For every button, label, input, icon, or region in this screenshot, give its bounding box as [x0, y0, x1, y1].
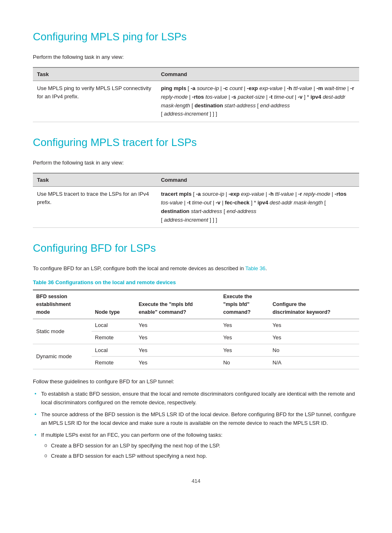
list-item: If multiple LSPs exist for an FEC, you c… — [33, 431, 359, 461]
mpls-ping-table: Task Command Use MPLS ping to verify MPL… — [33, 67, 359, 123]
mpls-tracert-table: Task Command Use MPLS tracert to trace t… — [33, 173, 359, 228]
guidelines-intro: Follow these guidelines to configure BFD… — [33, 378, 359, 386]
bfd-config-table: BFD sessionestablishmentmode Node type E… — [33, 290, 359, 369]
bfd-table-caption: Table 36 Configurations on the local and… — [33, 278, 359, 287]
mpls-ping-col1-header: Task — [33, 67, 157, 81]
bfd-dynamic-mode-label: Dynamic mode — [33, 344, 92, 369]
bfd-static-local-node: Local — [92, 319, 135, 331]
list-item: Create a BFD session for each LSP withou… — [41, 452, 359, 461]
bfd-dynamic-remote-col2: No — [220, 357, 269, 369]
guidelines-list: To establish a static BFD session, ensur… — [33, 390, 359, 461]
page-number: 414 — [33, 477, 359, 485]
bfd-dynamic-local-node: Local — [92, 344, 135, 357]
mpls-ping-task: Use MPLS ping to verify MPLS LSP connect… — [33, 81, 157, 122]
list-item: Create a BFD session for an LSP by speci… — [41, 442, 359, 450]
bfd-dynamic-remote-col3: N/A — [269, 357, 359, 369]
bfd-static-local-col2: Yes — [220, 319, 269, 331]
list-item: To establish a static BFD session, ensur… — [33, 390, 359, 407]
sub-bullet1-text: Create a BFD session for an LSP by speci… — [51, 443, 220, 449]
section-intro-mpls-tracert: Perform the following task in any view: — [33, 159, 359, 167]
table-row: Use MPLS tracert to trace the LSPs for a… — [33, 187, 359, 228]
bfd-col1-header: Node type — [92, 290, 135, 319]
table-row: Use MPLS ping to verify MPLS LSP connect… — [33, 81, 359, 122]
mpls-tracert-command: tracert mpls [ -a source-ip | -exp exp-v… — [157, 187, 359, 228]
bfd-dynamic-local-col2: Yes — [220, 344, 269, 357]
mpls-tracert-col2-header: Command — [157, 173, 359, 187]
section-intro-mpls-ping: Perform the following task in any view: — [33, 53, 359, 61]
table-row: Static mode Local Yes Yes Yes — [33, 319, 359, 331]
bfd-col4-header: Configure thediscriminator keyword? — [269, 290, 359, 319]
section-title-mpls-ping: Configuring MPLS ping for LSPs — [33, 29, 359, 45]
bullet2-text: The source address of the BFD session is… — [41, 411, 356, 426]
bfd-dynamic-local-col3: No — [269, 344, 359, 357]
bfd-col3-header: Execute the"mpls bfd"command? — [220, 290, 269, 319]
bfd-col0-header: BFD sessionestablishmentmode — [33, 290, 92, 319]
bfd-static-local-col1: Yes — [136, 319, 220, 331]
section-title-bfd: Configuring BFD for LSPs — [33, 240, 359, 256]
bfd-static-remote-col2: Yes — [220, 331, 269, 344]
bfd-dynamic-local-col1: Yes — [136, 344, 220, 357]
bfd-static-remote-col1: Yes — [136, 331, 220, 344]
bfd-static-remote-node: Remote — [92, 331, 135, 344]
bfd-static-remote-col3: Yes — [269, 331, 359, 344]
bullet1-text: To establish a static BFD session, ensur… — [41, 391, 355, 406]
bfd-static-local-col3: Yes — [269, 319, 359, 331]
sub-bullet2-text: Create a BFD session for each LSP withou… — [51, 453, 207, 459]
table-row: Dynamic mode Local Yes Yes No — [33, 344, 359, 357]
mpls-ping-col2-header: Command — [157, 67, 359, 81]
mpls-ping-command: ping mpls [ -a source-ip | -c count | -e… — [157, 81, 359, 122]
guidelines-section: Follow these guidelines to configure BFD… — [33, 378, 359, 461]
section-title-mpls-tracert: Configuring MPLS tracert for LSPs — [33, 134, 359, 151]
section-intro-bfd: To configure BFD for an LSP, configure b… — [33, 264, 359, 273]
bfd-col2-header: Execute the "mpls bfdenable" command? — [136, 290, 220, 319]
bullet3-text: If multiple LSPs exist for an FEC, you c… — [41, 432, 222, 438]
sub-bullet-list: Create a BFD session for an LSP by speci… — [41, 442, 359, 461]
bfd-dynamic-remote-col1: Yes — [136, 357, 220, 369]
mpls-tracert-col1-header: Task — [33, 173, 157, 187]
list-item: The source address of the BFD session is… — [33, 410, 359, 428]
mpls-tracert-task: Use MPLS tracert to trace the LSPs for a… — [33, 187, 157, 228]
bfd-dynamic-remote-node: Remote — [92, 357, 135, 369]
table36-link[interactable]: Table 36 — [245, 265, 265, 271]
bfd-static-mode-label: Static mode — [33, 319, 92, 344]
